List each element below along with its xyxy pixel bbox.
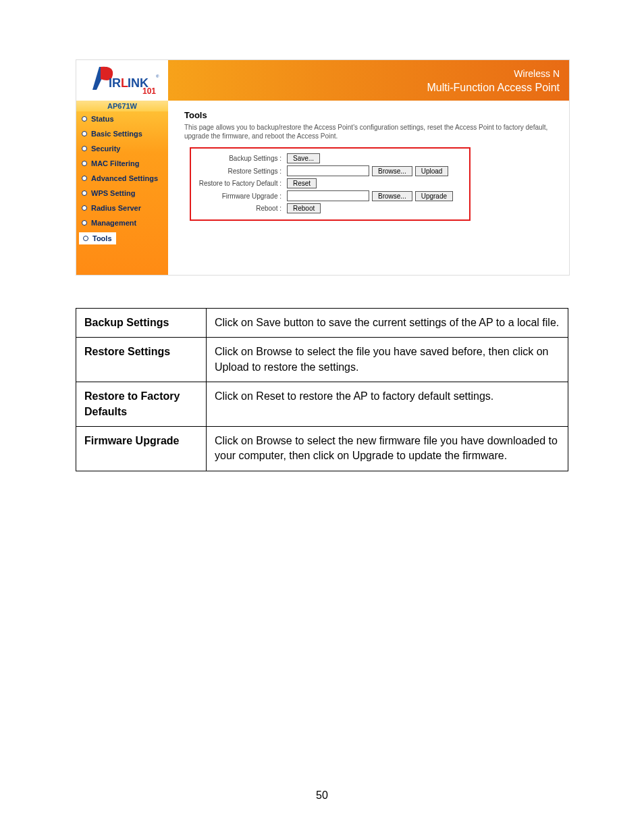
sidebar-item-radius-server[interactable]: Radius Server [76,201,168,215]
bullet-icon [82,176,87,181]
firmware-upgrade-label: Firmware Upgrade : [195,192,284,200]
sidebar-item-wps-setting[interactable]: WPS Setting [76,186,168,201]
page-description: This page allows you to backup/restore t… [184,123,557,140]
sidebar-item-security[interactable]: Security [76,141,168,156]
sidebar-item-label: WPS Setting [91,186,135,201]
reboot-button[interactable]: Reboot [287,203,321,213]
param-name: Backup Settings [76,309,207,338]
bullet-icon [82,146,87,151]
factory-default-label: Restore to Factory Default : [195,180,284,187]
param-name: Firmware Upgrade [76,426,207,471]
sidebar: AP671W Status Basic Settings Security MA… [76,101,168,275]
table-row: Restore to Factory Defaults Click on Res… [76,382,568,427]
sidebar-item-tools[interactable]: Tools [79,232,116,244]
sidebar-item-label: MAC Filtering [91,156,140,171]
param-desc: Click on Browse to select the new firmwa… [207,426,568,471]
upgrade-button[interactable]: Upgrade [415,191,453,201]
sidebar-item-label: Management [91,215,136,230]
param-desc: Click on Reset to restore the AP to fact… [207,382,568,427]
bullet-icon [83,236,88,241]
table-row: Backup Settings Click on Save button to … [76,309,568,338]
table-row: Firmware Upgrade Click on Browse to sele… [76,426,568,471]
sidebar-item-status[interactable]: Status [76,111,168,126]
banner-line1: Wireless N [514,68,560,79]
tools-panel: Backup Settings : Save... Restore Settin… [190,147,471,221]
param-desc: Click on Browse to select the file you h… [207,338,568,382]
page-number: 50 [0,789,644,802]
upload-button[interactable]: Upload [415,166,449,176]
sidebar-item-label: Radius Server [91,201,141,215]
sidebar-item-basic-settings[interactable]: Basic Settings [76,126,168,141]
sidebar-item-advanced-settings[interactable]: Advanced Settings [76,171,168,186]
bullet-icon [82,190,87,196]
backup-settings-label: Backup Settings : [195,155,284,162]
banner-line2: Multi-Function Access Point [427,82,560,94]
sidebar-item-mac-filtering[interactable]: MAC Filtering [76,156,168,171]
router-ui-screenshot: Wireless N Multi-Function Access Point I… [76,59,570,276]
sidebar-item-label: Advanced Settings [91,171,158,186]
sidebar-item-label: Security [91,141,120,156]
browse-button[interactable]: Browse... [372,191,412,201]
model-label: AP671W [76,101,168,111]
banner: Wireless N Multi-Function Access Point [168,60,569,101]
browse-button[interactable]: Browse... [372,166,412,176]
save-button[interactable]: Save... [287,153,320,163]
svg-text:101: 101 [142,86,156,96]
param-name: Restore Settings [76,338,207,382]
bullet-icon [82,131,87,136]
restore-file-field[interactable] [287,165,369,176]
parameters-table: Backup Settings Click on Save button to … [76,308,568,471]
page-title: Tools [184,110,564,120]
firmware-file-field[interactable] [287,190,369,201]
reset-button[interactable]: Reset [287,178,317,188]
bullet-icon [82,161,87,166]
svg-text:IR: IR [109,76,121,90]
param-desc: Click on Save button to save the current… [207,309,568,338]
bullet-icon [82,116,87,122]
brand-logo: IR L INK 101 ® [80,63,161,97]
sidebar-item-label: Status [91,111,114,126]
sidebar-item-label: Tools [92,232,112,244]
bullet-icon [82,220,87,226]
param-name: Restore to Factory Defaults [76,382,207,427]
reboot-label: Reboot : [195,205,284,212]
table-row: Restore Settings Click on Browse to sele… [76,338,568,382]
sidebar-item-management[interactable]: Management [76,215,168,230]
bullet-icon [82,205,87,211]
sidebar-item-label: Basic Settings [91,126,142,141]
restore-settings-label: Restore Settings : [195,167,284,175]
svg-text:®: ® [156,74,159,78]
